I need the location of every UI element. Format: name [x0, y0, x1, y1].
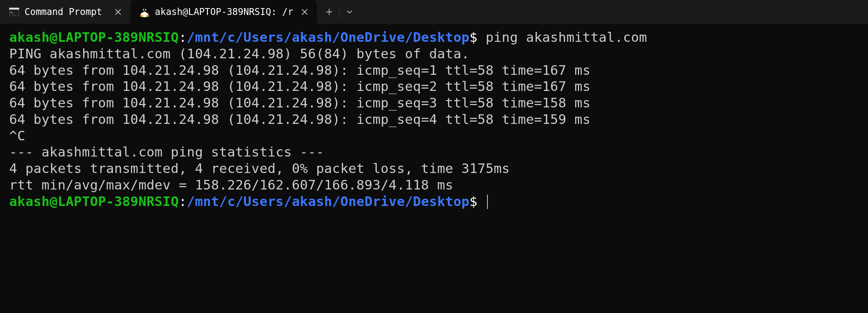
- output-line: PING akashmittal.com (104.21.24.98) 56(8…: [9, 46, 859, 62]
- tab-label: akash@LAPTOP-389NRSIQ: /r: [155, 7, 293, 17]
- prompt-path: /mnt/c/Users/akash/OneDrive/Desktop: [187, 30, 469, 45]
- tux-icon: [139, 7, 149, 17]
- output-line: 64 bytes from 104.21.24.98 (104.21.24.98…: [9, 78, 859, 95]
- new-tab-button[interactable]: [320, 3, 338, 21]
- close-icon[interactable]: [299, 6, 311, 18]
- output-line: ^C: [9, 128, 859, 144]
- output-line: 4 packets transmitted, 4 received, 0% pa…: [9, 160, 859, 177]
- prompt-line: akash@LAPTOP-389NRSIQ:/mnt/c/Users/akash…: [9, 193, 859, 210]
- prompt-sep: :: [179, 30, 187, 45]
- output-line: 64 bytes from 104.21.24.98 (104.21.24.98…: [9, 111, 859, 128]
- output-line: 64 bytes from 104.21.24.98 (104.21.24.98…: [9, 95, 859, 111]
- svg-point-12: [140, 15, 143, 17]
- tab-command-prompt[interactable]: >_ Command Prompt: [0, 0, 130, 24]
- output-line: --- akashmittal.com ping statistics ---: [9, 144, 859, 160]
- cmd-icon: >_: [9, 7, 19, 17]
- prompt-sigil: $: [469, 30, 477, 45]
- terminal-body[interactable]: akash@LAPTOP-389NRSIQ:/mnt/c/Users/akash…: [0, 24, 868, 215]
- close-icon[interactable]: [112, 6, 124, 18]
- prompt-user: akash@LAPTOP-389NRSIQ: [9, 30, 179, 45]
- prompt-line: akash@LAPTOP-389NRSIQ:/mnt/c/Users/akash…: [9, 29, 859, 46]
- command-text: ping akashmittal.com: [477, 30, 647, 45]
- prompt-sep: :: [179, 194, 187, 209]
- tab-wsl-terminal[interactable]: akash@LAPTOP-389NRSIQ: /r: [130, 0, 317, 24]
- prompt-sigil: $: [469, 194, 477, 209]
- svg-rect-1: [9, 8, 19, 10]
- svg-point-10: [143, 10, 144, 10]
- cursor: [487, 194, 488, 209]
- prompt-user: akash@LAPTOP-389NRSIQ: [9, 194, 179, 209]
- titlebar: >_ Command Prompt: [0, 0, 868, 24]
- prompt-path: /mnt/c/Users/akash/OneDrive/Desktop: [187, 194, 469, 209]
- svg-text:>_: >_: [10, 10, 15, 15]
- svg-point-13: [146, 15, 149, 17]
- titlebar-actions: [317, 0, 362, 24]
- output-line: rtt min/avg/max/mdev = 158.226/162.607/1…: [9, 177, 859, 193]
- output-line: 64 bytes from 104.21.24.98 (104.21.24.98…: [9, 62, 859, 79]
- tab-label: Command Prompt: [25, 7, 107, 17]
- divider: [339, 7, 340, 17]
- svg-point-11: [145, 10, 146, 10]
- dropdown-button[interactable]: [340, 3, 359, 21]
